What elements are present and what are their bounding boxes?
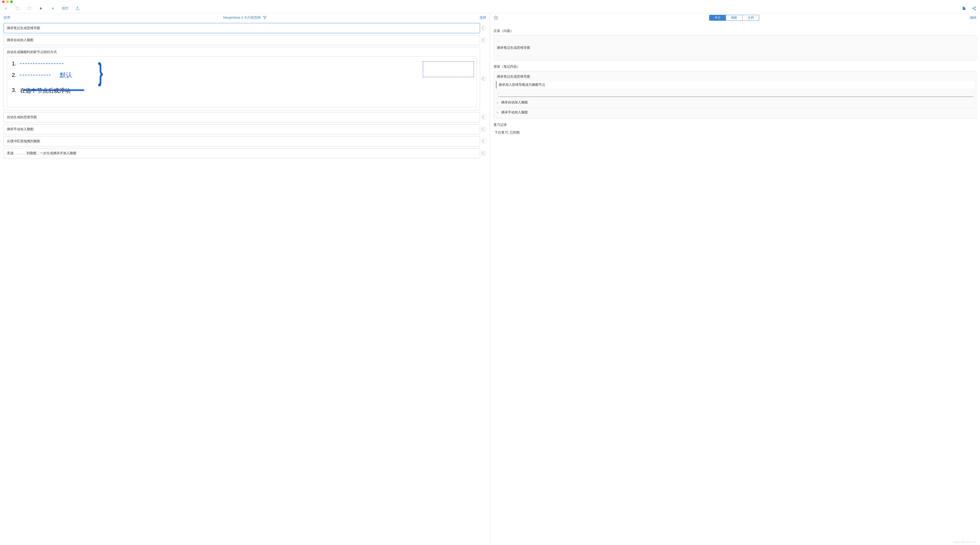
tab-mindmap[interactable]: 脑图 — [726, 15, 743, 21]
card-deck-title: MarginNote 3 卡片组范例 — [10, 15, 479, 20]
svg-point-6 — [975, 9, 976, 10]
card-item-6[interactable]: 直接..............到脑图，一步生成摘录并加入脑图 — [3, 148, 480, 158]
svg-line-8 — [974, 9, 975, 10]
back-button[interactable] — [3, 6, 9, 11]
svg-point-5 — [973, 8, 974, 9]
edit-button[interactable]: 编辑 — [970, 15, 977, 20]
review-status-text: 下次复习: 已到期 — [493, 129, 977, 136]
dashed-selection-box — [423, 61, 474, 77]
share-nodes-icon[interactable] — [971, 6, 977, 11]
back-section-label: 背面（笔记内容） — [493, 64, 977, 69]
date-badge: 05-10 — [482, 139, 486, 143]
right-content: 正面（问题） ... 摘录笔记生成思维导图 ... 背面（笔记内容） 摘录笔记生… — [490, 22, 980, 139]
card-text-post: 到脑图，一步生成摘录并加入脑图 — [27, 151, 76, 155]
date-badge: 05-10 — [482, 127, 486, 132]
toolbar-left-group: 填空 — [3, 6, 80, 11]
fill-blank-button[interactable]: 填空 — [62, 6, 68, 11]
traffic-close-button[interactable] — [2, 0, 5, 3]
document-icon[interactable] — [961, 6, 967, 11]
cloze-blank-inline: .............. — [14, 151, 27, 155]
card-item-3[interactable]: 自动生成的思维导图 — [3, 112, 480, 122]
card-item-4[interactable]: 摘录手动加入脑图 — [3, 124, 480, 134]
date-badge: 05-10 — [482, 76, 486, 81]
undo-button[interactable] — [15, 6, 21, 11]
left-panel-header: 排序 MarginNote 3 卡片组范例 选择 — [0, 13, 490, 22]
redo-button[interactable] — [27, 6, 32, 11]
date-badge: 05-10 — [482, 115, 486, 120]
linked-card-label: 摘录自动加入脑图 — [501, 100, 528, 105]
toolbar-right-group — [961, 6, 977, 11]
play-button[interactable] — [38, 6, 44, 11]
cloze-blank — [20, 75, 51, 75]
date-badge: 05-10 — [482, 151, 486, 156]
add-button[interactable] — [50, 6, 56, 11]
list-number: 1. — [12, 60, 16, 67]
highlight-underline — [23, 89, 84, 91]
back-content-box: 摘录笔记生成思维导图 摘录加入思维导图成为脑图节点 ... › 摘录自动加入脑图… — [493, 71, 977, 118]
list-number: 2. — [12, 72, 16, 78]
front-text: 摘录笔记生成思维导图 — [494, 44, 976, 52]
review-section-label: 复习记录 — [493, 123, 977, 127]
card-row: 自动生成脑图时的新节点组织方式 1. 2. 默认 } — [3, 47, 486, 110]
svg-marker-9 — [263, 16, 266, 19]
card-row: 自动生成的思维导图 05-10 — [3, 112, 486, 122]
linked-card-label: 摘录手动加入脑图 — [501, 110, 528, 115]
cloze-blank — [20, 63, 63, 64]
chevron-right-icon: › — [497, 100, 498, 104]
svg-marker-10 — [494, 16, 498, 19]
brace-icon: } — [98, 59, 103, 85]
traffic-minimize-button[interactable] — [6, 0, 9, 3]
linked-card-row[interactable]: › 摘录手动加入脑图 — [494, 108, 976, 117]
linked-card-row[interactable]: › 摘录自动加入脑图 — [494, 98, 976, 107]
card-row: 摘录笔记生成思维导图 05-10 — [3, 23, 486, 33]
back-quote-text: 摘录加入思维导图成为脑图节点 — [496, 81, 974, 89]
card-item-0[interactable]: 摘录笔记生成思维导图 — [3, 23, 480, 33]
main-content: 排序 MarginNote 3 卡片组范例 选择 摘录笔记生成思维导图 05-1… — [0, 13, 980, 545]
front-content-box: ... 摘录笔记生成思维导图 ... — [493, 35, 977, 60]
watermark-text: www.MacW.com — [953, 540, 977, 543]
view-segmented-control: 卡片 脑图 文档 — [709, 15, 759, 21]
left-panel: 排序 MarginNote 3 卡片组范例 选择 摘录笔记生成思维导图 05-1… — [0, 13, 490, 545]
card-row: 直接..............到脑图，一步生成摘录并加入脑图 05-10 — [3, 148, 486, 158]
ellipsis-icon[interactable]: ... — [494, 52, 976, 59]
ellipsis-icon[interactable]: ... — [494, 89, 976, 96]
tab-card[interactable]: 卡片 — [709, 15, 726, 21]
share-button[interactable] — [75, 6, 80, 11]
svg-point-4 — [975, 6, 976, 8]
card-item-title: 自动生成脑图时的新节点组织方式 — [7, 50, 477, 54]
default-label: 默认 — [60, 71, 72, 79]
deck-title-text: MarginNote 3 卡片组范例 — [223, 15, 261, 20]
card-row: 摘录自动加入脑图 05-10 — [3, 35, 486, 45]
chevron-right-icon: › — [497, 110, 498, 115]
right-panel-header: 卡片 脑图 文档 编辑 — [490, 13, 980, 22]
card-text-pre: 直接 — [7, 151, 14, 155]
svg-marker-0 — [40, 7, 42, 10]
tab-document[interactable]: 文档 — [743, 15, 759, 21]
card-row: 摘录手动加入脑图 05-10 — [3, 124, 486, 134]
date-badge: 05-10 — [482, 38, 486, 42]
traffic-maximize-button[interactable] — [10, 0, 13, 3]
svg-line-7 — [974, 7, 975, 8]
front-section-label: 正面（问题） — [493, 29, 977, 33]
back-text-1: 摘录笔记生成思维导图 — [494, 73, 976, 80]
card-item-2[interactable]: 自动生成脑图时的新节点组织方式 1. 2. 默认 } — [3, 47, 480, 110]
card-row: 从缓冲区里拖拽到脑图 05-10 — [3, 136, 486, 147]
card-excerpt-image: 1. 2. 默认 } 3. 在选中节点后或浮动 — [7, 56, 477, 108]
favorite-star-icon[interactable] — [493, 15, 498, 20]
right-panel: 卡片 脑图 文档 编辑 正面（问题） ... 摘录笔记生成思维导图 ... 背面… — [490, 13, 980, 545]
date-badge: 05-10 — [482, 26, 486, 30]
card-item-5[interactable]: 从缓冲区里拖拽到脑图 — [3, 136, 480, 147]
window-titlebar — [0, 0, 980, 3]
main-toolbar: 填空 — [0, 3, 980, 13]
card-item-1[interactable]: 摘录自动加入脑图 — [3, 35, 480, 45]
card-list: 摘录笔记生成思维导图 05-10 摘录自动加入脑图 05-10 自动生成脑图时的… — [0, 22, 490, 161]
list-number: 3. — [12, 87, 16, 94]
select-button[interactable]: 选择 — [479, 15, 486, 20]
filter-icon[interactable] — [263, 16, 267, 19]
sort-button[interactable]: 排序 — [3, 15, 10, 20]
ellipsis-icon[interactable]: ... — [494, 37, 976, 44]
